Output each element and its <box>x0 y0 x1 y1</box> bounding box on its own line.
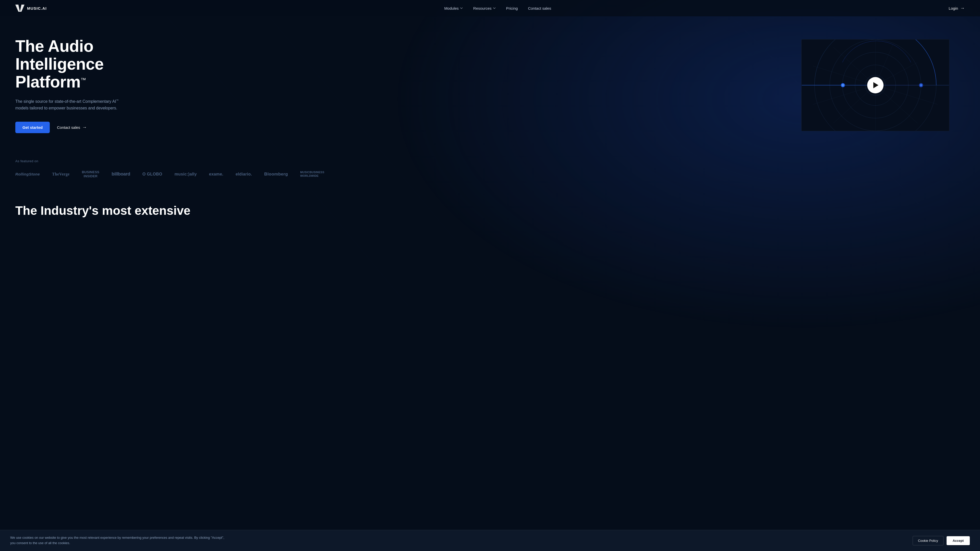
nav-item-modules[interactable]: Modules <box>444 6 463 11</box>
logo-musicaily: music:)ally <box>175 172 197 176</box>
logo-business-insider: BUSINESSINSIDER <box>82 170 100 178</box>
logo-text: MUSIC.AI <box>27 6 47 11</box>
logo-eldiario: eldiario. <box>235 172 252 176</box>
logo-link[interactable]: MUSIC.AI <box>15 5 47 12</box>
featured-section: As featured on RollingStone TheVerge BUS… <box>0 149 980 193</box>
accept-cookies-button[interactable]: Accept <box>947 536 970 545</box>
logo-musicbusiness: MUSICBUSINESSWORLDWIDE <box>300 171 325 177</box>
hero-section: The Audio Intelligence Platform™ The sin… <box>0 16 980 149</box>
nav-item-pricing[interactable]: Pricing <box>506 6 518 11</box>
play-icon <box>873 82 878 88</box>
arrow-icon: → <box>82 125 87 130</box>
hero-visualization <box>786 39 965 131</box>
logo-exame: exame. <box>209 172 223 176</box>
cookie-policy-button[interactable]: Cookie Policy <box>913 536 943 545</box>
hero-buttons: Get started Contact sales → <box>15 122 148 133</box>
featured-logos: RollingStone TheVerge BUSINESSINSIDER bi… <box>15 170 965 178</box>
audio-viz-container <box>801 39 950 131</box>
login-link[interactable]: Login → <box>948 6 965 11</box>
hero-title: The Audio Intelligence Platform™ <box>15 37 148 91</box>
chevron-down-icon <box>493 6 496 10</box>
cookie-banner: We use cookies on our website to give yo… <box>0 530 980 551</box>
bottom-teaser-title: The Industry's most extensive <box>15 203 965 218</box>
bottom-teaser-section: The Industry's most extensive <box>0 193 980 223</box>
logo-icon <box>15 5 24 12</box>
featured-label: As featured on <box>15 159 965 163</box>
nav-item-resources[interactable]: Resources <box>473 6 496 11</box>
hero-content: The Audio Intelligence Platform™ The sin… <box>15 37 148 133</box>
nav-item-contact-sales[interactable]: Contact sales <box>528 6 551 11</box>
logo-billboard: billboard <box>111 171 130 177</box>
hero-subtitle: The single source for state-of-the-art C… <box>15 98 127 112</box>
play-button[interactable] <box>867 77 883 94</box>
logo-bloomberg: Bloomberg <box>264 171 288 177</box>
nav-center: Modules Resources Pricing Contact sales <box>444 6 551 11</box>
get-started-button[interactable]: Get started <box>15 122 50 133</box>
logo-globo: O GLOBO <box>142 172 162 176</box>
logo-verge: TheVerge <box>52 172 70 176</box>
login-arrow-icon: → <box>960 6 965 11</box>
cookie-text: We use cookies on our website to give yo… <box>10 535 224 546</box>
logo-rolling-stone: RollingStone <box>15 172 40 176</box>
navbar: MUSIC.AI Modules Resources Pricing Conta… <box>0 0 980 16</box>
contact-sales-button[interactable]: Contact sales → <box>57 125 87 130</box>
chevron-down-icon <box>460 6 463 10</box>
cookie-actions: Cookie Policy Accept <box>913 536 970 545</box>
